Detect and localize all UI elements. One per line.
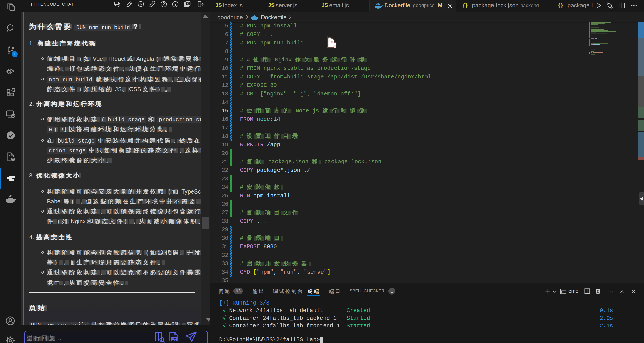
svg-text:C+: C+ [9, 155, 12, 158]
